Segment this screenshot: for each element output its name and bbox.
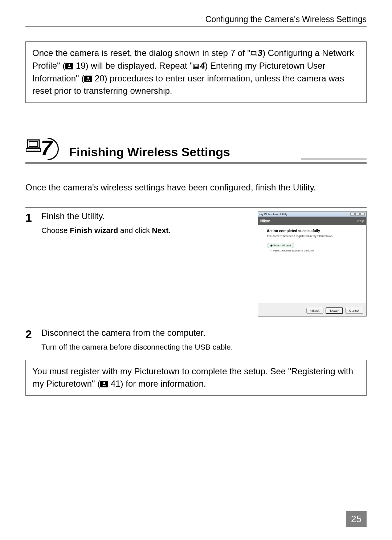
dialog-brand: Nikon xyxy=(260,219,270,223)
step-title: Finish the Utility. xyxy=(41,211,250,221)
cancel-button[interactable]: Cancel xyxy=(345,308,363,314)
section-heading: 7 Finishing Wireless Settings xyxy=(25,136,367,164)
back-button[interactable]: <Back xyxy=(306,308,323,314)
radio-another-action[interactable]: ○ select another action to perform xyxy=(270,249,358,252)
dialog-screenshot: my Picturetown Utility Nikon Setup Actio… xyxy=(258,211,367,317)
page-number: 25 xyxy=(346,511,367,527)
svg-rect-9 xyxy=(29,141,38,146)
next-button[interactable]: Next> xyxy=(326,307,343,314)
svg-rect-6 xyxy=(193,68,199,68)
radio-finish-wizard[interactable]: ◉ Finish Wizard xyxy=(267,243,294,248)
svg-point-7 xyxy=(87,77,89,78)
note-text: 41) for more information. xyxy=(108,379,206,388)
dialog-subtext: The camera has been registered in my Pic… xyxy=(267,234,358,238)
ref-4: 4 xyxy=(200,60,205,72)
svg-rect-2 xyxy=(251,55,257,56)
close-icon[interactable] xyxy=(360,213,365,215)
step-description: Choose Finish wizard and click Next. xyxy=(41,225,250,235)
step-description: Turn off the camera before disconnecting… xyxy=(41,342,367,352)
note-text: Once the camera is reset, the dialog sho… xyxy=(32,48,250,58)
step-1: 1 Finish the Utility. Choose Finish wiza… xyxy=(25,207,367,317)
manual-icon xyxy=(65,63,73,69)
computer-icon xyxy=(25,138,43,157)
step-number: 2 xyxy=(25,328,41,352)
section-number: 7 xyxy=(41,136,52,160)
page-header: Configuring the Camera's Wireless Settin… xyxy=(25,15,367,27)
svg-point-3 xyxy=(69,64,70,66)
window-controls xyxy=(350,213,365,215)
dialog-heading: Action completed successfully xyxy=(267,229,358,233)
computer-icon-inline xyxy=(250,48,258,58)
computer-icon-inline xyxy=(193,61,200,70)
svg-rect-1 xyxy=(252,52,256,54)
section-title: Finishing Wireless Settings xyxy=(69,145,230,160)
svg-rect-5 xyxy=(194,65,198,67)
step-title: Disconnect the camera from the computer. xyxy=(41,328,367,338)
manual-icon xyxy=(84,76,92,82)
section-intro: Once the camera's wireless settings have… xyxy=(25,182,367,193)
manual-icon xyxy=(100,381,108,387)
svg-point-12 xyxy=(103,382,105,384)
dialog-window-title: my Picturetown Utility xyxy=(260,213,287,216)
maximize-icon[interactable] xyxy=(355,213,360,215)
note-text: 19) will be displayed. Repeat " xyxy=(73,61,193,70)
step-2: 2 Disconnect the camera from the compute… xyxy=(25,324,367,352)
note-box-reset: Once the camera is reset, the dialog sho… xyxy=(25,41,367,103)
note-box-register: You must register with my Picturetown to… xyxy=(25,360,367,396)
minimize-icon[interactable] xyxy=(350,213,355,215)
dialog-setup-label: Setup xyxy=(355,219,364,223)
step-number: 1 xyxy=(25,211,41,317)
ref-3: 3 xyxy=(258,47,262,60)
